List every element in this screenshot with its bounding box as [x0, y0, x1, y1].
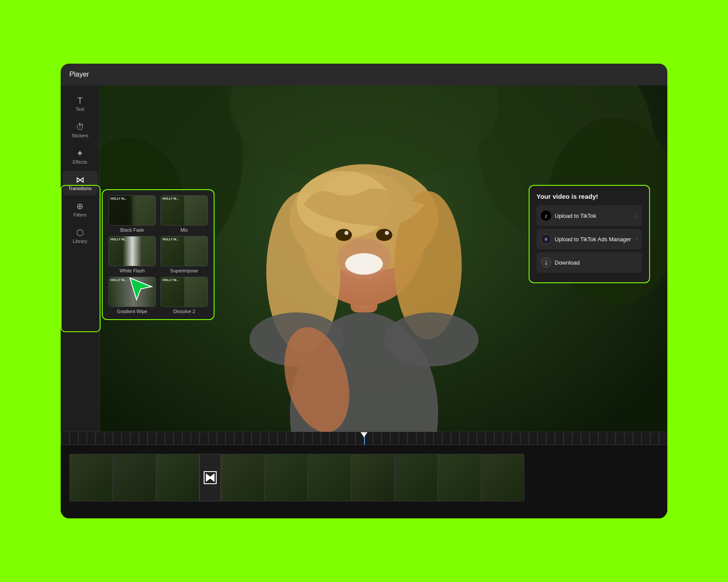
svg-point-14 [345, 253, 383, 275]
upload-tiktok-ads-button[interactable]: ≡ Upload to TikTok Ads Manager › [536, 229, 642, 249]
download-button[interactable]: ↓ Download [536, 252, 642, 273]
tiktok-ads-icon: ≡ [541, 234, 551, 244]
stickers-icon: ⏱ [76, 123, 84, 131]
film-frame-7 [351, 454, 394, 501]
film-frame-3 [156, 454, 199, 501]
download-icon: ↓ [541, 257, 551, 268]
superimpose-label: Superimpose [170, 268, 198, 273]
transitions-icon: ⋈ [76, 175, 84, 184]
film-frame-1 [69, 454, 113, 501]
film-frame-5 [264, 454, 308, 501]
download-label: Download [555, 259, 580, 266]
tiktok-chevron: › [636, 212, 638, 219]
transition-dissolve-2[interactable]: HOLLY W... Dissolve 2 [160, 277, 208, 314]
svg-point-20 [384, 312, 479, 366]
sidebar-item-text[interactable]: T Text [63, 92, 98, 116]
timeline [61, 432, 667, 518]
sidebar-item-library[interactable]: ⬡ Library [63, 224, 98, 248]
black-fade-thumb: HOLLY W... [108, 195, 156, 226]
video-ready-card: Your video is ready! ♪ Upload to TikTok … [529, 185, 650, 283]
film-frame-8 [394, 454, 438, 501]
video-ready-title: Your video is ready! [536, 193, 642, 200]
film-frame-2 [113, 454, 156, 501]
film-frame-6 [308, 454, 351, 501]
film-frame-4 [221, 454, 264, 501]
sidebar-transitions-label: Transitions [68, 186, 91, 191]
mix-thumb: HOLLY W... [160, 195, 208, 226]
tiktok-ads-chevron: › [636, 236, 638, 242]
transition-white-flash[interactable]: HOLLY W... White Flash [108, 236, 156, 273]
svg-point-15 [336, 229, 352, 241]
gradient-wipe-label: Gradient Wipe [117, 309, 147, 314]
sidebar-filters-label: Filters [74, 212, 87, 217]
sidebar-text-label: Text [75, 107, 84, 112]
sidebar-library-label: Library [73, 239, 88, 244]
sidebar: T Text ⏱ Stickers ✦ Effects ⋈ Transition… [61, 85, 100, 432]
transition-marker-icon [204, 471, 217, 484]
film-frame-10 [481, 454, 524, 501]
white-flash-label: White Flash [120, 268, 145, 273]
transition-marker[interactable] [199, 454, 221, 501]
svg-marker-25 [209, 473, 214, 482]
sidebar-stickers-label: Stickers [72, 133, 88, 138]
timeline-playhead-top [361, 432, 367, 437]
white-flash-thumb: HOLLY W... [108, 236, 156, 266]
tiktok-icon: ♪ [541, 210, 551, 221]
player-header: Player [61, 64, 667, 85]
sidebar-item-effects[interactable]: ✦ Effects [63, 145, 98, 169]
tiktok-ads-option-left: ≡ Upload to TikTok Ads Manager [541, 234, 631, 244]
library-icon: ⬡ [76, 228, 84, 237]
svg-point-17 [344, 231, 348, 235]
black-fade-label: Black Fade [120, 227, 144, 233]
sidebar-item-transitions[interactable]: ⋈ Transitions [63, 171, 98, 195]
transitions-panel: HOLLY W... Black Fade HOLLY W... Mix [102, 189, 214, 320]
sidebar-item-filters[interactable]: ⊕ Filters [63, 197, 98, 222]
player-title: Player [69, 71, 89, 78]
transition-black-fade[interactable]: HOLLY W... Black Fade [108, 195, 156, 233]
svg-point-18 [385, 231, 389, 235]
sidebar-item-stickers[interactable]: ⏱ Stickers [63, 118, 98, 142]
dissolve-2-thumb: HOLLY W... [160, 277, 208, 307]
tiktok-option-left: ♪ Upload to TikTok [541, 210, 596, 221]
film-strip [61, 452, 667, 504]
download-option-left: ↓ Download [541, 257, 580, 268]
upload-tiktok-button[interactable]: ♪ Upload to TikTok › [536, 205, 642, 226]
transitions-grid: HOLLY W... Black Fade HOLLY W... Mix [108, 195, 208, 314]
transition-superimpose[interactable]: HOLLY W... Superimpose [160, 236, 208, 273]
superimpose-thumb: HOLLY W... [160, 236, 208, 266]
svg-point-16 [376, 229, 392, 241]
film-frame-9 [438, 454, 481, 501]
svg-marker-22 [130, 278, 152, 300]
effects-icon: ✦ [76, 149, 84, 158]
text-icon: T [77, 96, 82, 105]
tiktok-label: Upload to TikTok [555, 213, 596, 219]
dissolve-2-label: Dissolve 2 [173, 309, 195, 314]
timeline-ruler [61, 432, 667, 445]
timeline-tracks [61, 445, 667, 510]
mix-label: Mix [180, 227, 188, 233]
transition-mix[interactable]: HOLLY W... Mix [160, 195, 208, 233]
main-editor: Player [61, 64, 667, 518]
sidebar-effects-label: Effects [73, 159, 87, 165]
filters-icon: ⊕ [76, 202, 84, 210]
tiktok-ads-label: Upload to TikTok Ads Manager [555, 236, 631, 242]
